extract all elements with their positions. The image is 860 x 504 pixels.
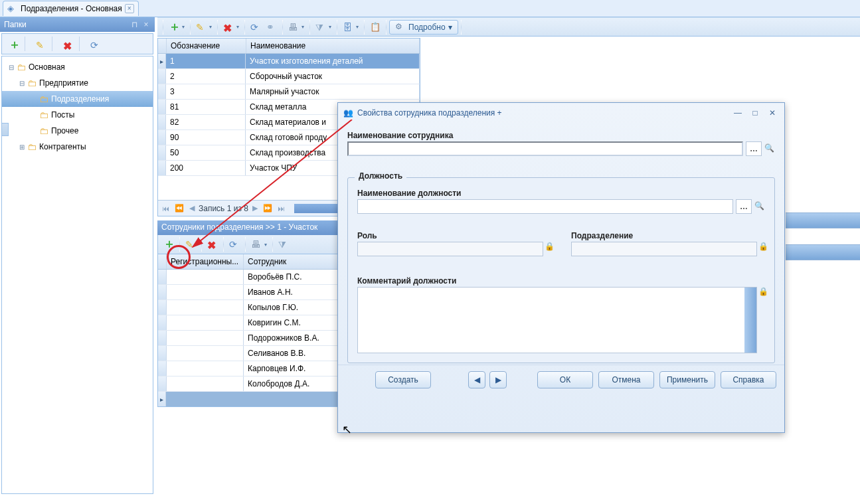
folders-panel: Папки ⊓ × ＋ ✎ ✖ ⟳ ⊟ 🗀 Основная ⊟ 🗀 Предп… xyxy=(0,17,155,504)
employee-browse-button[interactable]: … xyxy=(746,141,762,156)
folder-icon: 🗀 xyxy=(39,126,50,136)
apply-button[interactable]: Применить xyxy=(659,371,715,388)
pager-prev-page[interactable]: ⏪ xyxy=(173,204,185,212)
tree-node-root[interactable]: ⊟ 🗀 Основная xyxy=(2,59,153,75)
folder-icon: 🗀 xyxy=(39,110,50,120)
scrollbar[interactable] xyxy=(744,288,756,353)
folder-icon: 🗀 xyxy=(27,78,38,88)
employee-name-label: Наименование сотрудника xyxy=(347,131,775,140)
print-employee-button[interactable]: 🖶▾ xyxy=(248,238,270,251)
position-fieldset: Должность Наименование должности … 🔍 Рол… xyxy=(347,177,775,363)
position-name-input[interactable] xyxy=(357,199,733,214)
grid-row[interactable]: 3Малярный участок xyxy=(158,84,420,100)
delete-folder-button[interactable]: ✖ xyxy=(60,39,71,49)
detail-button[interactable]: ⚙ Подробно ▾ xyxy=(389,20,458,35)
folders-panel-header: Папки ⊓ × xyxy=(0,17,155,32)
users-icon: 👥 xyxy=(343,108,353,118)
search-icon[interactable]: 🔍 xyxy=(754,201,765,212)
expander-icon[interactable]: ⊟ xyxy=(18,80,26,87)
grid-row[interactable]: ▸ 1 Участок изготовления деталей xyxy=(158,54,420,69)
help-button[interactable]: Справка xyxy=(721,371,776,388)
search-icon[interactable]: 🔍 xyxy=(764,143,775,154)
refresh-folder-button[interactable]: ⟳ xyxy=(88,39,98,49)
col-name[interactable]: Наименование xyxy=(246,39,420,53)
detail-label: Подробно xyxy=(408,23,446,32)
tree-label: Основная xyxy=(29,62,65,72)
lock-icon: 🔒 xyxy=(758,242,765,256)
tree-node-other[interactable]: 🗀 Прочее xyxy=(2,123,153,139)
minimize-button[interactable]: — xyxy=(731,108,744,118)
ok-button[interactable]: ОК xyxy=(537,371,593,388)
pager-status: Запись 1 из 8 xyxy=(199,204,248,213)
tree-label: Предприятие xyxy=(39,78,88,88)
folders-toolbar: ＋ ✎ ✖ ⟳ xyxy=(1,33,153,54)
position-legend: Должность xyxy=(355,171,406,181)
close-icon[interactable]: × xyxy=(141,20,151,29)
collapse-handle[interactable] xyxy=(2,123,9,136)
tree-node-departments[interactable]: 🗀 Подразделения xyxy=(2,91,153,107)
role-input xyxy=(357,242,543,256)
calendar-button[interactable]: 📋 xyxy=(367,21,383,34)
filter-employee-button[interactable]: ⧩ xyxy=(276,238,292,251)
edit-folder-button[interactable]: ✎ xyxy=(33,39,44,49)
position-name-label: Наименование должности xyxy=(357,189,765,198)
expander-icon[interactable]: ⊟ xyxy=(7,64,15,71)
dialog-titlebar[interactable]: 👥 Свойства сотрудника подразделения + — … xyxy=(338,103,784,123)
col-reg[interactable]: Регистрационны... xyxy=(167,254,244,269)
tree-label: Подразделения xyxy=(51,94,109,104)
pager-prev[interactable]: ◀ xyxy=(188,204,196,212)
pager-first[interactable]: ⏮ xyxy=(161,205,171,212)
tab-departments[interactable]: ◈ Подразделения - Основная × xyxy=(3,1,139,16)
col-code[interactable]: Обозначение xyxy=(167,39,246,53)
tree-node-contragents[interactable]: ⊞ 🗀 Контрагенты xyxy=(2,139,153,155)
cancel-button[interactable]: Отмена xyxy=(598,371,654,388)
folder-icon: 🗀 xyxy=(39,94,50,104)
lock-icon: 🔒 xyxy=(545,242,551,256)
position-comment-label: Комментарий должности xyxy=(357,276,765,286)
refresh-employee-button[interactable]: ⟳ xyxy=(226,238,242,251)
tree-label: Прочее xyxy=(51,126,78,135)
pager-next[interactable]: ▶ xyxy=(251,204,259,212)
filter-button[interactable]: ⧩▾ xyxy=(313,21,334,34)
delete-employee-button[interactable]: ✖ xyxy=(205,238,220,251)
right-preview-stripes xyxy=(786,212,860,276)
row-indicator: ▸ xyxy=(158,54,166,68)
folders-panel-title: Папки xyxy=(4,20,27,29)
tree-node-enterprise[interactable]: ⊟ 🗀 Предприятие xyxy=(2,75,153,91)
close-button[interactable]: ✕ xyxy=(766,108,779,118)
tab-close-button[interactable]: × xyxy=(125,4,134,13)
create-button[interactable]: Создать xyxy=(375,371,431,388)
dialog-title: Свойства сотрудника подразделения + xyxy=(357,108,502,118)
maximize-button[interactable]: □ xyxy=(748,108,762,118)
pager-last[interactable]: ⏭ xyxy=(276,205,286,212)
employee-properties-dialog: 👥 Свойства сотрудника подразделения + — … xyxy=(337,102,785,433)
link-button[interactable]: ⚭ xyxy=(264,21,280,34)
grid-row[interactable]: 2Сборочный участок xyxy=(158,69,420,84)
tree-label: Контрагенты xyxy=(39,142,86,151)
tree-node-posts[interactable]: 🗀 Посты xyxy=(2,107,153,123)
delete-button[interactable]: ✖▾ xyxy=(220,21,242,34)
edit-employee-button[interactable]: ✎ xyxy=(183,238,199,251)
folder-icon: 🗀 xyxy=(17,62,27,72)
add-employee-button[interactable]: ＋ xyxy=(161,238,177,251)
cell-code: 1 xyxy=(166,54,246,68)
add-button[interactable]: ＋▾ xyxy=(166,21,187,34)
main-toolbar: ＋▾ ✎▾ ✖▾ ⟳ ⚭ 🖶▾ ⧩▾ 🗄▾ 📋 ⚙ Подробно ▾ xyxy=(157,17,860,37)
print-button[interactable]: 🖶▾ xyxy=(286,21,307,34)
mouse-cursor: ↖ xyxy=(342,422,352,437)
db-button[interactable]: 🗄▾ xyxy=(340,21,361,34)
tab-title: Подразделения - Основная xyxy=(21,4,122,13)
employee-name-input[interactable] xyxy=(347,141,743,156)
department-label: Подразделение xyxy=(571,231,765,240)
position-browse-button[interactable]: … xyxy=(736,199,752,214)
edit-button[interactable]: ✎▾ xyxy=(193,21,215,34)
expander-icon[interactable]: ⊞ xyxy=(18,143,26,151)
pin-icon[interactable]: ⊓ xyxy=(129,20,139,29)
add-folder-button[interactable]: ＋ xyxy=(6,39,17,49)
pager-next-page[interactable]: ⏩ xyxy=(262,204,274,212)
prev-record-button[interactable]: ◀ xyxy=(468,371,485,388)
refresh-button[interactable]: ⟳ xyxy=(248,21,264,34)
department-input xyxy=(571,242,757,256)
next-record-button[interactable]: ▶ xyxy=(489,371,507,388)
position-comment-textarea[interactable] xyxy=(357,287,757,353)
